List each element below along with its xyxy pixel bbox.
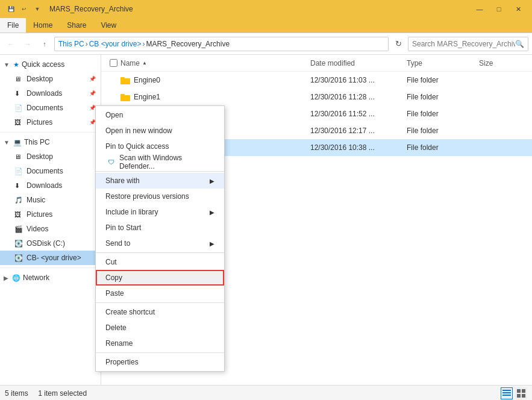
sidebar-item-music[interactable]: 🎵 Music — [0, 193, 101, 207]
col-modified-label: Date modified — [310, 59, 355, 67]
sidebar-item-videos[interactable]: 🎬 Videos — [0, 222, 101, 236]
sidebar-item-downloads-qa[interactable]: ⬇ Downloads 📌 — [0, 86, 101, 101]
ctx-delete[interactable]: Delete — [96, 320, 224, 336]
ctx-pin-start[interactable]: Pin to Start — [96, 220, 224, 236]
sidebar-label-pictures-pc: Pictures — [27, 210, 52, 219]
ctx-cut[interactable]: Cut — [96, 254, 224, 270]
pictures-pc-icon: 🖼 — [14, 211, 24, 218]
sidebar-label-desktop-pc: Desktop — [27, 152, 53, 161]
ctx-copy-label: Copy — [105, 273, 122, 282]
sidebar-network: ▶ 🌐 Network — [0, 270, 101, 285]
ctx-open[interactable]: Open — [96, 107, 224, 123]
tab-view[interactable]: View — [93, 18, 124, 33]
network-icon: 🌐 — [12, 274, 20, 282]
sidebar-header-quick-access[interactable]: ▼ ★ Quick access — [0, 57, 101, 72]
ctx-divider-1 — [96, 171, 224, 172]
sidebar-item-documents-qa[interactable]: 📄 Documents 📌 — [0, 101, 101, 115]
window-title: MARS_Recovery_Archive — [49, 5, 133, 13]
content-header: Name ▲ Date modified Type Size — [101, 55, 532, 72]
sidebar-label-documents: Documents — [27, 104, 63, 112]
sidebar-item-pictures-pc[interactable]: 🖼 Pictures — [0, 207, 101, 222]
desktop-icon: 🖥 — [14, 75, 24, 83]
item-selected: 1 item selected — [38, 389, 87, 398]
sidebar-item-desktop-pc[interactable]: 🖥 Desktop — [0, 149, 101, 164]
header-checkbox-col — [106, 59, 120, 67]
sidebar-header-network[interactable]: ▶ 🌐 Network — [0, 270, 101, 285]
sidebar-item-downloads-pc[interactable]: ⬇ Downloads — [0, 178, 101, 193]
sort-arrow: ▲ — [142, 60, 147, 66]
back-button[interactable]: ← — [4, 37, 18, 51]
ctx-divider-3 — [96, 302, 224, 303]
network-label: Network — [23, 273, 49, 282]
search-box[interactable]: 🔍 — [408, 37, 528, 51]
osdisk-icon: 💽 — [14, 240, 24, 248]
window-controls[interactable]: — □ ✕ — [471, 3, 527, 15]
ctx-open-label: Open — [105, 111, 123, 119]
save-qa-button[interactable]: 💾 — [5, 3, 17, 15]
path-thispc[interactable]: This PC — [58, 40, 84, 48]
ctx-send-to[interactable]: Send to ▶ — [96, 236, 224, 251]
ctx-restore-versions[interactable]: Restore previous versions — [96, 189, 224, 204]
table-row[interactable]: Engine0 12/30/2016 11:03 ... File folder — [101, 72, 532, 89]
ctx-share-arrow: ▶ — [210, 178, 214, 184]
up-button[interactable]: ↑ — [37, 37, 52, 51]
minimize-button[interactable]: — — [471, 3, 489, 15]
sidebar-item-cb-drive[interactable]: 💽 CB- <your drive> — [0, 251, 101, 265]
select-all-checkbox[interactable] — [110, 59, 117, 67]
context-menu: Open Open in new window Pin to Quick acc… — [95, 105, 225, 372]
ctx-share-with[interactable]: Share with ▶ — [96, 173, 224, 189]
ctx-rename[interactable]: Rename — [96, 336, 224, 351]
col-name-header[interactable]: Name ▲ — [120, 59, 310, 67]
col-size-header[interactable]: Size — [479, 59, 527, 67]
col-type-header[interactable]: Type — [407, 59, 479, 67]
search-input[interactable] — [412, 40, 515, 48]
file-type-3: File folder — [407, 127, 479, 135]
ctx-send-label: Send to — [105, 239, 130, 248]
ctx-create-shortcut[interactable]: Create shortcut — [96, 304, 224, 320]
refresh-button[interactable]: ↻ — [391, 37, 405, 51]
file-type-0: File folder — [407, 76, 479, 84]
tab-share[interactable]: Share — [60, 18, 93, 33]
this-pc-icon: 💻 — [13, 139, 22, 146]
ctx-paste[interactable]: Paste — [96, 286, 224, 301]
videos-icon: 🎬 — [14, 225, 24, 233]
list-view-button[interactable] — [501, 387, 513, 399]
customize-qa-button[interactable]: ▼ — [31, 3, 43, 15]
address-path[interactable]: This PC › CB <your drive> › MARS_Recover… — [54, 37, 389, 51]
sidebar-label-music: Music — [27, 196, 45, 204]
col-modified-header[interactable]: Date modified — [310, 59, 407, 67]
close-button[interactable]: ✕ — [509, 3, 527, 15]
ctx-pin-quick-access[interactable]: Pin to Quick access — [96, 139, 224, 154]
network-arrow: ▶ — [4, 275, 8, 281]
table-row[interactable]: Engine1 12/30/2016 11:28 ... File folder — [101, 89, 532, 105]
sidebar-item-desktop-qa[interactable]: 🖥 Desktop 📌 — [0, 72, 101, 86]
pin-icon: 📌 — [89, 76, 96, 82]
ctx-open-new-window[interactable]: Open in new window — [96, 123, 224, 139]
status-view-controls — [501, 387, 527, 399]
tab-file[interactable]: File — [0, 18, 26, 33]
ctx-scan-defender[interactable]: 🛡 Scan with Windows Defender... — [96, 154, 224, 170]
row-checkbox-col — [106, 93, 120, 101]
ctx-copy[interactable]: Copy — [96, 270, 224, 286]
sidebar-label-downloads-pc: Downloads — [27, 181, 62, 190]
sidebar-label-videos: Videos — [27, 225, 48, 233]
sidebar-item-pictures-qa[interactable]: 🖼 Pictures 📌 — [0, 115, 101, 130]
ctx-include-library[interactable]: Include in library ▶ — [96, 204, 224, 220]
undo-qa-button[interactable]: ↩ — [18, 3, 30, 15]
status-bar: 5 items 1 item selected — [0, 385, 532, 400]
quick-access-icon: ★ — [13, 61, 19, 69]
sidebar-label-cb-drive: CB- <your drive> — [27, 254, 81, 262]
ctx-properties[interactable]: Properties — [96, 354, 224, 370]
sidebar-label-desktop: Desktop — [27, 75, 53, 83]
forward-button[interactable]: → — [20, 37, 35, 51]
maximize-button[interactable]: □ — [490, 3, 508, 15]
sidebar-item-documents-pc[interactable]: 📄 Documents — [0, 164, 101, 178]
tab-home[interactable]: Home — [26, 18, 60, 33]
quick-access-buttons[interactable]: 💾 ↩ ▼ — [5, 3, 43, 15]
sidebar-item-osdisk[interactable]: 💽 OSDisk (C:) — [0, 236, 101, 251]
path-drive[interactable]: CB <your drive> — [89, 40, 142, 48]
ctx-pin-label: Pin to Quick access — [105, 142, 169, 151]
grid-view-button[interactable] — [515, 387, 527, 399]
sidebar-header-this-pc[interactable]: ▼ 💻 This PC — [0, 135, 101, 149]
file-modified-2: 12/30/2016 11:52 ... — [310, 110, 407, 118]
